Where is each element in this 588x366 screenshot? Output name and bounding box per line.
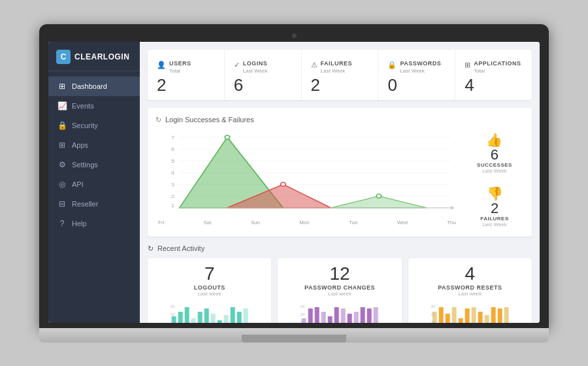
sidebar-item-reseller[interactable]: ⊟ Reseller bbox=[48, 194, 140, 214]
svg-rect-53 bbox=[341, 308, 346, 323]
sidebar-label-help: Help bbox=[72, 220, 87, 227]
x-label-tue: Tue bbox=[349, 220, 358, 225]
svg-rect-79 bbox=[504, 307, 508, 323]
stat-applications: ⊞ APPLICATIONS Total 4 bbox=[455, 50, 532, 100]
activity-card-password-resets: 4 PASSWORD RESETS Last week bbox=[408, 258, 532, 323]
svg-text:4: 4 bbox=[171, 169, 174, 175]
chart-title-row: ↻ Login Successes & Failures bbox=[155, 116, 524, 124]
dashboard-icon: ⊞ bbox=[57, 82, 67, 91]
password-resets-sublabel: Last week bbox=[415, 291, 525, 297]
svg-rect-28 bbox=[185, 307, 189, 323]
failures-label: FAILURES bbox=[321, 60, 353, 67]
svg-rect-78 bbox=[497, 308, 502, 323]
svg-rect-55 bbox=[354, 312, 359, 323]
screen: C CLEARLOGIN ⊞ Dashboard 📈 Events 🔒 Secu… bbox=[48, 42, 540, 323]
failures-value: 2 bbox=[311, 76, 369, 93]
failures-legend-sublabel: Last Week bbox=[480, 222, 509, 227]
svg-text:15: 15 bbox=[301, 320, 305, 323]
svg-rect-29 bbox=[191, 318, 196, 323]
svg-point-18 bbox=[281, 182, 286, 186]
svg-rect-74 bbox=[471, 307, 476, 323]
svg-text:25: 25 bbox=[301, 305, 305, 308]
users-label: USERS bbox=[169, 60, 191, 67]
chart-refresh-icon: ↻ bbox=[155, 116, 161, 124]
password-changes-sublabel: Last week bbox=[284, 291, 395, 297]
svg-rect-58 bbox=[374, 307, 378, 323]
sidebar-item-security[interactable]: 🔒 Security bbox=[48, 116, 140, 135]
apps-icon: ⊞ bbox=[57, 141, 67, 150]
passwords-sublabel: Last Week bbox=[400, 68, 441, 74]
svg-rect-54 bbox=[348, 314, 352, 323]
stat-passwords: 🔒 PasswoRds Last Week 0 bbox=[378, 50, 455, 100]
sidebar-label-dashboard: Dashboard bbox=[72, 82, 107, 90]
events-icon: 📈 bbox=[57, 101, 67, 110]
svg-rect-72 bbox=[458, 318, 463, 323]
api-icon: ◎ bbox=[57, 180, 67, 189]
help-icon: ? bbox=[57, 219, 67, 228]
logins-sublabel: Last Week bbox=[243, 68, 268, 74]
chart-title: Login Successes & Failures bbox=[165, 116, 254, 124]
settings-icon: ⚙ bbox=[57, 160, 67, 169]
sidebar-item-settings[interactable]: ⚙ Settings bbox=[48, 155, 140, 175]
failures-legend-value: 2 bbox=[480, 201, 509, 216]
applications-sublabel: Total bbox=[474, 68, 521, 74]
svg-text:20: 20 bbox=[301, 312, 305, 316]
passwords-label: PasswoRds bbox=[400, 60, 441, 67]
passwords-value: 0 bbox=[387, 76, 446, 93]
passwords-icon: 🔒 bbox=[387, 61, 397, 69]
logins-value: 6 bbox=[234, 76, 292, 93]
sidebar-item-api[interactable]: ◎ API bbox=[48, 175, 140, 194]
svg-rect-30 bbox=[198, 312, 203, 323]
reseller-icon: ⊟ bbox=[57, 199, 67, 208]
svg-rect-31 bbox=[204, 308, 209, 323]
stat-logins: ✓ LOGINS Last Week 6 bbox=[225, 50, 302, 100]
svg-text:25: 25 bbox=[431, 305, 435, 308]
successes-value: 6 bbox=[477, 148, 512, 162]
screen-bezel: C CLEARLOGIN ⊞ Dashboard 📈 Events 🔒 Secu… bbox=[39, 24, 549, 328]
sidebar-item-apps[interactable]: ⊞ Apps bbox=[48, 135, 140, 155]
svg-rect-33 bbox=[218, 320, 222, 323]
users-sublabel: Total bbox=[169, 68, 191, 74]
svg-rect-48 bbox=[308, 308, 313, 323]
svg-rect-50 bbox=[321, 312, 326, 323]
applications-label: APPLICATIONS bbox=[474, 60, 521, 67]
svg-text:2: 2 bbox=[171, 193, 174, 199]
svg-text:7: 7 bbox=[171, 134, 174, 140]
password-changes-value: 12 bbox=[284, 265, 395, 283]
chart-area: 7 6 5 4 3 2 1 bbox=[155, 131, 459, 229]
svg-rect-34 bbox=[224, 315, 229, 323]
password-resets-label: PASSWORD RESETS bbox=[415, 284, 525, 291]
svg-text:15: 15 bbox=[431, 320, 435, 323]
activity-section: ↻ Recent Activity 7 LOGOUTS Last week bbox=[148, 244, 532, 323]
password-resets-chart: 25 20 15 10 5 bbox=[415, 302, 525, 323]
svg-marker-21 bbox=[451, 206, 455, 210]
sidebar-item-dashboard[interactable]: ⊞ Dashboard bbox=[48, 76, 140, 96]
password-changes-label: PASSWORD CHANGES bbox=[284, 284, 395, 291]
legend-successes: 👍 6 SUCCESSES Last Week bbox=[477, 132, 512, 174]
failures-sublabel: Last Week bbox=[321, 68, 353, 74]
x-label-thu: Thu bbox=[447, 220, 456, 225]
svg-text:3: 3 bbox=[171, 181, 174, 187]
activity-title: Recent Activity bbox=[157, 244, 204, 252]
svg-rect-75 bbox=[478, 312, 482, 323]
logo-icon: C bbox=[56, 50, 71, 64]
sidebar-nav: ⊞ Dashboard 📈 Events 🔒 Security ⊞ Apps bbox=[48, 71, 140, 323]
sidebar-item-events[interactable]: 📈 Events bbox=[48, 96, 140, 116]
logins-icon: ✓ bbox=[234, 61, 240, 69]
svg-point-19 bbox=[376, 194, 381, 198]
logins-label: LOGINS bbox=[243, 60, 268, 67]
svg-rect-52 bbox=[335, 307, 339, 323]
sidebar-label-settings: Settings bbox=[72, 161, 98, 169]
chart-container: 7 6 5 4 3 2 1 bbox=[155, 131, 524, 229]
thumbs-up-icon: 👍 bbox=[477, 132, 512, 148]
stats-row: 👤 USERS Total 2 ✓ LOGINS bbox=[148, 50, 532, 100]
x-label-sat: Sat bbox=[204, 220, 212, 225]
svg-rect-49 bbox=[315, 307, 319, 323]
legend-failures: 👎 2 FAILURES Last Week bbox=[480, 186, 509, 227]
laptop-base bbox=[39, 328, 549, 342]
svg-rect-27 bbox=[178, 312, 183, 323]
x-label-sun: Sun bbox=[251, 220, 260, 225]
sidebar-item-help[interactable]: ? Help bbox=[48, 214, 140, 233]
x-label-fri: Fri bbox=[158, 220, 164, 225]
users-value: 2 bbox=[157, 76, 215, 93]
